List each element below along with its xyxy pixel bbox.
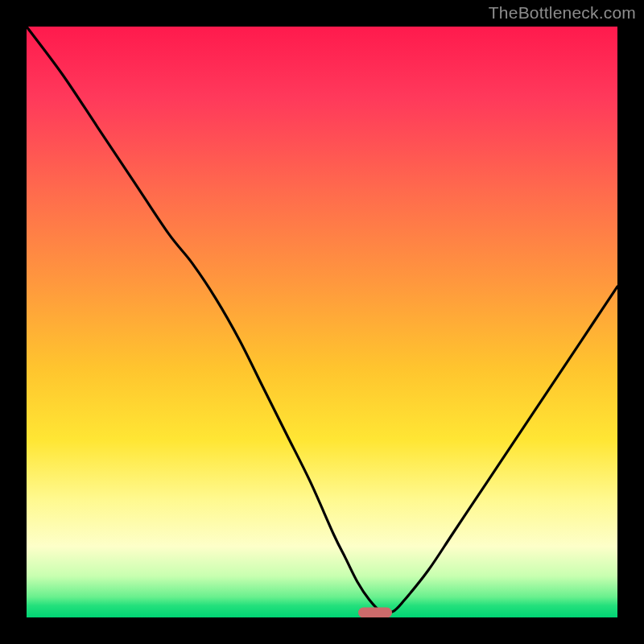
optimal-marker (358, 608, 392, 617)
bottleneck-curve (27, 27, 617, 617)
plot-area (27, 27, 617, 617)
watermark-text: TheBottleneck.com (489, 3, 636, 23)
chart-canvas: TheBottleneck.com (0, 0, 644, 644)
